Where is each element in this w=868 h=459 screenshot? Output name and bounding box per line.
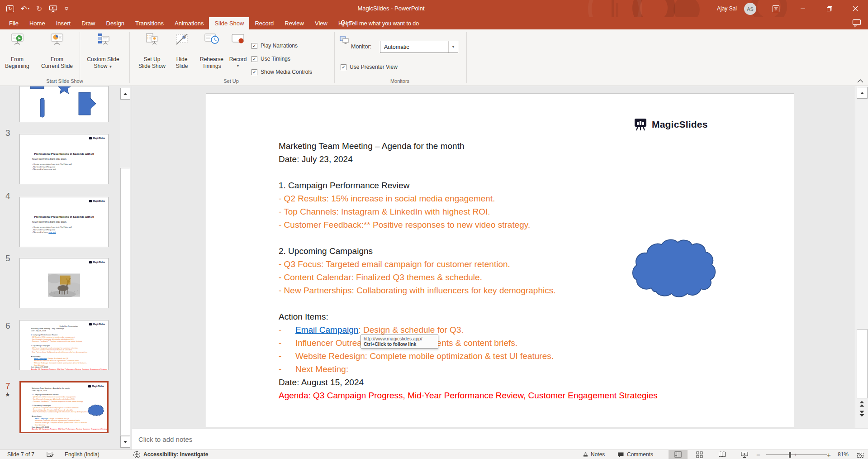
slide-sorter-icon[interactable] <box>691 450 707 459</box>
email-campaign-link[interactable]: Email Campaign <box>35 418 48 420</box>
slide-thumbnail-3[interactable]: MagicSlides Professional Presentations i… <box>19 134 109 184</box>
slide-thumbnail-5[interactable]: MagicSlides <box>19 258 109 308</box>
decoration <box>616 3 618 17</box>
minimize-icon[interactable] <box>792 0 813 17</box>
slide-text-line: Agenda: Q3 Campaign Progress, Mid-Year P… <box>279 389 658 402</box>
blank-line <box>279 231 658 244</box>
tab-slide-show[interactable]: Slide Show <box>209 17 249 29</box>
slide-thumbnail-2[interactable] <box>19 86 109 122</box>
cloud-shape-mini <box>88 404 104 416</box>
previous-slide-button[interactable] <box>859 400 865 409</box>
comment-bubble-icon[interactable] <box>852 19 862 28</box>
slide-text-line: Agenda: Q3 Campaign Progress, Mid-Year P… <box>32 428 108 430</box>
scrollbar-thumb[interactable] <box>857 329 868 398</box>
tab-animations[interactable]: Animations <box>169 17 209 29</box>
status-bar: Slide 7 of 7 English (India) Accessibili… <box>0 449 868 459</box>
slide-text-line: - Q3 Focus: Targeted email campaign for … <box>279 258 658 271</box>
zoom-tick: + <box>794 453 797 457</box>
setup-checkboxes: ✓Play Narrations✓Use Timings✓Show Media … <box>251 43 312 82</box>
screen-pie-icon <box>50 33 64 46</box>
tab-view[interactable]: View <box>309 17 333 29</box>
checkbox-check-icon: ✓ <box>251 56 257 62</box>
main-scrollbar[interactable] <box>855 86 868 428</box>
monitor-icon <box>340 36 349 46</box>
scrollbar-thumb[interactable] <box>120 168 130 436</box>
language-indicator[interactable]: English (India) <box>65 450 100 459</box>
zoom-slider-thumb[interactable] <box>789 452 791 458</box>
email-campaign-link[interactable]: Email Campaign <box>34 358 47 359</box>
slide-text-line: Marketing Team Meeting – Agenda for the … <box>279 139 658 153</box>
comments-toggle[interactable]: Comments <box>617 450 653 459</box>
slide-text-block[interactable]: Marketing Team Meeting – Agenda for the … <box>279 139 658 402</box>
notes-pane[interactable]: Click to add notes <box>132 429 868 449</box>
user-name[interactable]: Ajay Sai <box>717 0 737 17</box>
slide-canvas[interactable]: MagicSlides Marketing Team Meeting – Age… <box>206 93 794 427</box>
hide-slide-button[interactable]: HideSlide <box>171 33 193 70</box>
tab-record[interactable]: Record <box>249 17 279 29</box>
tab-review[interactable]: Review <box>279 17 309 29</box>
fit-window-icon[interactable] <box>857 450 864 459</box>
avatar[interactable]: AS <box>744 3 756 15</box>
tab-home[interactable]: Home <box>24 17 51 29</box>
set-up-slide-show-button[interactable]: Set UpSlide Show <box>133 33 171 70</box>
blank-line <box>279 166 658 179</box>
chevron-down-icon[interactable]: ▼ <box>448 41 458 53</box>
cloud-shape[interactable] <box>631 237 717 298</box>
custom-slide-show-button[interactable]: Custom SlideShow▼ <box>82 33 124 70</box>
play-narrations-checkbox[interactable]: ✓Play Narrations <box>251 43 312 49</box>
slide-thumbnail-7[interactable]: MagicSlides Marketing Team Meeting – Age… <box>19 381 109 433</box>
restore-icon[interactable] <box>819 0 840 17</box>
tab-design[interactable]: Design <box>101 17 130 29</box>
scroll-up-icon[interactable] <box>857 87 868 99</box>
close-icon[interactable] <box>845 0 866 17</box>
tell-me-box[interactable]: Tell me what you want to do <box>340 17 419 29</box>
ribbon-display-options-icon[interactable] <box>765 0 786 17</box>
chevron-down-icon[interactable]: ▼ <box>236 64 240 68</box>
use-presenter-view-checkbox[interactable]: ✓ Use Presenter View <box>341 64 398 70</box>
slide-indicator[interactable]: Slide 7 of 7 <box>7 450 34 459</box>
undo-icon[interactable]: ↶▾ <box>21 4 29 13</box>
show-media-controls-checkbox[interactable]: ✓Show Media Controls <box>251 69 312 75</box>
scroll-down-icon[interactable] <box>120 436 130 448</box>
slide-text-line: Date: August 15, 2024 <box>279 376 658 389</box>
action-item-line: -Next Meeting: <box>279 363 658 376</box>
from-beginning-button[interactable]: FromBeginning <box>3 33 32 70</box>
use-timings-checkbox[interactable]: ✓Use Timings <box>251 56 312 62</box>
customize-qat-icon[interactable] <box>64 4 69 13</box>
from-current-slide-button[interactable]: FromCurrent Slide <box>36 33 78 70</box>
normal-view-icon[interactable] <box>669 450 688 459</box>
tab-file[interactable]: File <box>4 17 24 29</box>
ribbon: FromBeginning FromCurrent Slide Custom S… <box>0 29 868 86</box>
thumbnail-scrollbar[interactable] <box>120 88 130 448</box>
slideshow-view-icon[interactable] <box>736 450 753 459</box>
redo-icon[interactable]: ↻ <box>36 4 42 13</box>
slide-thumbnail-4[interactable]: MagicSlides Professional Presentations i… <box>19 197 109 247</box>
zoom-level[interactable]: 81% <box>838 450 849 459</box>
divider <box>80 32 80 83</box>
next-slide-button[interactable] <box>859 410 865 419</box>
zoom-out-button[interactable]: − <box>756 450 760 459</box>
animation-star-icon: ★ <box>5 391 10 398</box>
record-button[interactable]: Record ▼ <box>227 33 249 68</box>
monitor-dropdown[interactable]: Automatic ▼ <box>380 41 458 53</box>
slide-text-line: Date: July 23, 2024 <box>279 153 658 166</box>
email-campaign-link[interactable]: Email Campaign <box>295 325 358 335</box>
rehearse-timings-button[interactable]: RehearseTimings <box>194 33 230 70</box>
new-tool-link[interactable]: new tool <box>48 231 56 233</box>
tab-transitions[interactable]: Transitions <box>130 17 169 29</box>
collapse-ribbon-icon[interactable] <box>857 77 865 84</box>
tab-insert[interactable]: Insert <box>51 17 76 29</box>
reading-view-icon[interactable] <box>714 450 730 459</box>
scroll-up-icon[interactable] <box>120 88 130 100</box>
magicslides-logo-text: MagicSlides <box>652 119 708 130</box>
powerpoint-window: ↻ ↶▾ ↻ MagicSlides - PowerPoint Ajay Sai… <box>0 0 868 459</box>
checkbox-check-icon: ✓ <box>341 64 346 70</box>
slideshow-icon[interactable] <box>49 4 57 13</box>
accessibility-status[interactable]: Accessibility: Investigate <box>143 450 208 459</box>
notes-toggle[interactable]: Notes <box>583 450 605 459</box>
save-icon[interactable]: ↻ <box>6 5 14 12</box>
slide-thumbnail-6[interactable]: MagicSlides End of the PresentationMarke… <box>19 320 109 370</box>
zoom-in-button[interactable]: + <box>827 450 831 459</box>
spellcheck-icon[interactable] <box>47 450 54 459</box>
tab-draw[interactable]: Draw <box>76 17 100 29</box>
